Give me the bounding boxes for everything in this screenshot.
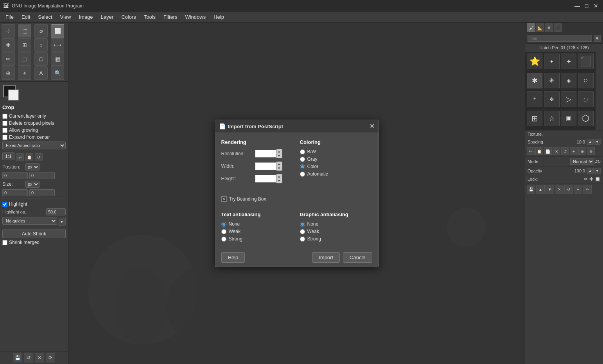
tool-flip[interactable]: ⟷: [51, 38, 64, 52]
guides-dropdown-arrow[interactable]: ▼: [58, 218, 66, 226]
tb-restore-btn[interactable]: ↺: [24, 353, 33, 362]
brush-zoom-out-btn[interactable]: ⊖: [587, 147, 595, 155]
brush-thumb-9[interactable]: ⁺: [527, 91, 542, 107]
tb-reset-btn[interactable]: ⟳: [46, 353, 55, 362]
resolution-up-btn[interactable]: ▲: [276, 149, 282, 154]
coloring-gray-radio[interactable]: [300, 157, 305, 162]
height-down-btn[interactable]: ▼: [276, 179, 282, 183]
brush-paste-btn[interactable]: 📄: [544, 147, 552, 155]
shrink-merged-checkbox[interactable]: [2, 240, 7, 245]
coloring-automatic-radio[interactable]: [300, 172, 305, 177]
rpbb-new-btn[interactable]: +: [574, 185, 582, 194]
coloring-bw-row[interactable]: B/W: [300, 149, 372, 154]
text-strong-row[interactable]: Strong: [221, 236, 294, 242]
tool-gradient[interactable]: ▦: [51, 52, 64, 66]
brush-thumb-4[interactable]: ⬛: [578, 54, 594, 69]
brush-new-btn[interactable]: +: [570, 147, 578, 155]
brush-thumb-16[interactable]: ⬡: [578, 111, 594, 126]
size-h-input[interactable]: [29, 189, 55, 196]
tool-heal[interactable]: ⌖: [18, 66, 31, 80]
coloring-color-row[interactable]: Color: [300, 164, 372, 169]
menu-edit[interactable]: Edit: [18, 13, 34, 22]
highlight-opacity-input[interactable]: [46, 208, 66, 215]
opacity-up-btn[interactable]: ▲: [587, 168, 594, 174]
graphic-weak-radio[interactable]: [300, 229, 305, 234]
coloring-automatic-row[interactable]: Automatic: [300, 171, 372, 177]
lock-position-btn[interactable]: ✚: [589, 176, 593, 182]
rpbb-delete-btn[interactable]: ✕: [555, 185, 564, 194]
rpbb-save-btn[interactable]: 💾: [527, 185, 535, 194]
rpbb-down-btn[interactable]: ▼: [546, 185, 554, 194]
tab-brushes[interactable]: 🖌: [527, 23, 535, 32]
menu-select[interactable]: Select: [34, 13, 56, 22]
brush-thumb-12[interactable]: ◌: [578, 91, 594, 107]
filter-menu-btn[interactable]: ▼: [594, 35, 601, 42]
brush-thumb-13[interactable]: ⊞: [527, 111, 542, 126]
import-button[interactable]: Import: [312, 252, 340, 263]
tab-fonts[interactable]: A: [545, 23, 553, 32]
lock-pixels-btn[interactable]: ✏: [584, 176, 588, 182]
menu-windows[interactable]: Windows: [181, 13, 210, 22]
auto-shrink-button[interactable]: Auto Shrink: [2, 230, 66, 238]
resolution-input[interactable]: 100: [255, 150, 276, 158]
canvas-area[interactable]: 📄 Import from PostScript ✕ Rendering Res…: [68, 23, 525, 364]
width-down-btn[interactable]: ▼: [276, 166, 282, 170]
cancel-button[interactable]: Cancel: [343, 252, 372, 263]
minimize-button[interactable]: —: [573, 2, 581, 10]
width-up-btn[interactable]: ▲: [276, 162, 282, 166]
tab-patterns[interactable]: 📐: [536, 23, 544, 32]
mode-select[interactable]: Normal: [570, 158, 594, 165]
tool-transform[interactable]: ↕: [34, 38, 48, 52]
rpbb-edit-btn[interactable]: ✏: [583, 185, 592, 194]
tool-zoom[interactable]: 🔍: [51, 66, 64, 80]
brush-thumb-7[interactable]: ◈: [561, 73, 576, 88]
modal-close-button[interactable]: ✕: [370, 123, 375, 129]
graphic-strong-row[interactable]: Strong: [300, 236, 372, 242]
rpbb-up-btn[interactable]: ▲: [536, 185, 545, 194]
brush-refresh-btn[interactable]: ↺: [561, 147, 569, 155]
menu-image[interactable]: Image: [75, 13, 97, 22]
expand-from-center-checkbox[interactable]: [2, 135, 7, 140]
ratio-swap-btn[interactable]: ⇄: [16, 153, 24, 161]
no-guides-dropdown[interactable]: No guides: [2, 217, 57, 225]
tool-lasso[interactable]: ⌀: [34, 24, 48, 38]
brush-thumb-8[interactable]: ○: [578, 73, 594, 88]
rpbb-refresh-btn[interactable]: ↺: [564, 185, 573, 194]
size-w-input[interactable]: [2, 189, 28, 196]
text-weak-row[interactable]: Weak: [221, 229, 294, 234]
graphic-weak-row[interactable]: Weak: [300, 229, 372, 234]
coloring-gray-row[interactable]: Gray: [300, 156, 372, 162]
tool-paint[interactable]: ✏: [2, 52, 15, 66]
brush-thumb-6[interactable]: ✳: [544, 73, 560, 88]
text-weak-radio[interactable]: [221, 229, 226, 234]
background-color[interactable]: [8, 90, 19, 100]
tool-new[interactable]: ⊹: [2, 24, 15, 38]
opacity-down-btn[interactable]: ▼: [594, 168, 601, 174]
tb-delete-btn[interactable]: ✕: [35, 353, 44, 362]
brush-thumb-11[interactable]: ▷: [561, 91, 576, 107]
size-unit-select[interactable]: px: [25, 181, 39, 188]
maximize-button[interactable]: □: [583, 2, 590, 10]
brush-thumb-14[interactable]: ☆: [544, 111, 560, 126]
menu-help[interactable]: Help: [210, 13, 228, 22]
tool-rect-select[interactable]: ⬚: [18, 24, 31, 38]
brush-thumb-15[interactable]: ▣: [561, 111, 576, 126]
menu-colors[interactable]: Colors: [117, 13, 140, 22]
text-none-radio[interactable]: [221, 222, 226, 227]
mode-redo-btn[interactable]: ↻: [598, 160, 601, 164]
tool-clone[interactable]: ⊕: [2, 66, 15, 80]
height-input[interactable]: 1170: [255, 175, 276, 183]
menu-filters[interactable]: Filters: [160, 13, 181, 22]
menu-layer[interactable]: Layer: [97, 13, 118, 22]
fixed-aspect-ratio-dropdown[interactable]: Fixed Aspect ratio: [2, 142, 66, 149]
graphic-none-radio[interactable]: [300, 222, 305, 227]
brush-thumb-10[interactable]: ✤: [544, 91, 560, 107]
spacing-down-btn[interactable]: ▼: [594, 139, 601, 145]
spacing-up-btn[interactable]: ▲: [587, 139, 594, 145]
position-x-input[interactable]: [2, 172, 28, 179]
menu-view[interactable]: View: [56, 13, 75, 22]
current-layer-only-checkbox[interactable]: [2, 114, 7, 119]
graphic-none-row[interactable]: None: [300, 221, 372, 227]
brush-delete-btn[interactable]: ✕: [553, 147, 560, 155]
position-unit-select[interactable]: px: [25, 163, 39, 170]
